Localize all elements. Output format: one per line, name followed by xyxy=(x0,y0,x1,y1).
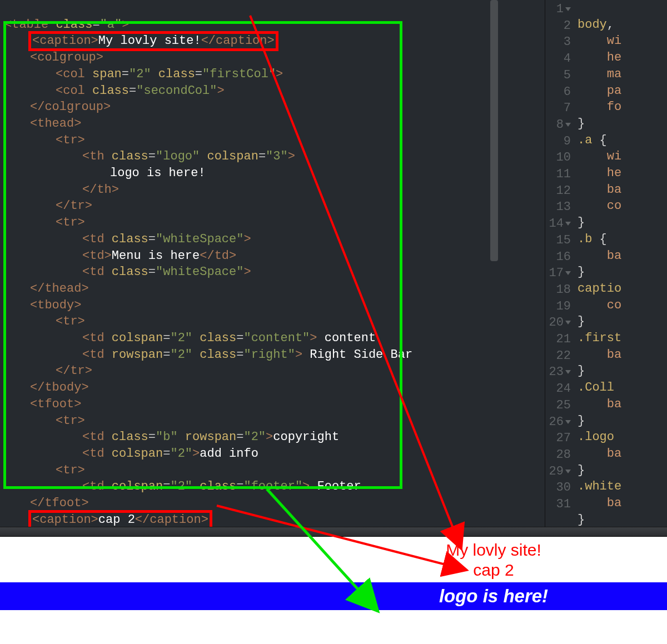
output-preview: My lovly site! cap 2 logo is here! xyxy=(0,537,667,644)
html-code[interactable]: <table class="a"> <caption>My lovly site… xyxy=(0,0,545,527)
menu-text: Menu is here xyxy=(112,249,200,263)
logo-text: logo is here! xyxy=(110,166,206,180)
caption-open-tag: <caption> xyxy=(32,34,98,48)
caption1-text: My lovly site! xyxy=(98,34,201,48)
caption2-text: cap 2 xyxy=(98,513,135,527)
output-caption1: My lovly site! xyxy=(320,540,667,560)
output-caption2: cap 2 xyxy=(320,560,667,580)
css-editor-panel[interactable]: 1 2 3 4 5 6 7 8 9 10 11 12 13 14 15 16 1… xyxy=(545,0,667,527)
scrollbar-thumb[interactable] xyxy=(490,0,498,261)
output-logo-bar: logo is here! xyxy=(0,582,667,610)
html-editor-panel[interactable]: <table class="a"> <caption>My lovly site… xyxy=(0,0,545,527)
css-code[interactable]: body, wi he ma pa fo } .a { wi he ba co … xyxy=(578,0,621,527)
panel-divider[interactable] xyxy=(0,527,667,537)
line-gutter: 1 2 3 4 5 6 7 8 9 10 11 12 13 14 15 16 1… xyxy=(545,0,571,513)
